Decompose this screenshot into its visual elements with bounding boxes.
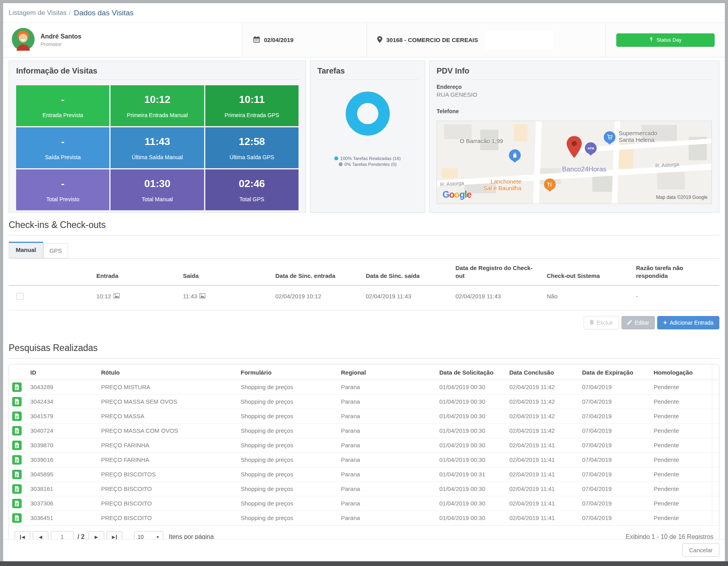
row-checkbox[interactable] <box>17 293 24 300</box>
photo-icon[interactable] <box>114 293 120 300</box>
survey-formulario: Shopping de preços <box>238 467 338 481</box>
legend-text: 100% Tarefas Realizadas (16) <box>340 156 401 161</box>
col-regional: Regional <box>338 364 436 380</box>
survey-row[interactable]: 3037306 PREÇO BISCOITO Shopping de preço… <box>9 496 719 511</box>
survey-formulario: Shopping de preços <box>238 394 338 409</box>
tab-gps[interactable]: GPS <box>43 243 68 258</box>
calendar-icon <box>253 36 260 44</box>
survey-solicitacao: 01/04/2019 00:30 <box>436 438 506 452</box>
tab-manual[interactable]: Manual <box>9 242 43 258</box>
survey-conclusao: 02/04/2019 11:41 <box>506 511 579 525</box>
col-checkout-sistema: Check-out Sistema <box>544 259 633 285</box>
breadcrumb-separator: / <box>69 9 71 17</box>
document-icon <box>12 470 22 479</box>
registro-checkout-value: 02/04/2019 11:43 <box>452 285 544 311</box>
survey-expiracao: 07/04/2019 <box>579 409 651 423</box>
user-block: André Santos Promotor <box>3 23 242 57</box>
pdv-map[interactable]: O Barracão 1,99 ATM Supermercado <box>437 121 712 204</box>
location-pin-icon <box>377 36 382 44</box>
document-icon <box>12 397 22 406</box>
editar-button[interactable]: Editar <box>621 316 655 329</box>
tile-label: Primeira Entrada Manual <box>127 112 188 118</box>
window-bottom-edge <box>0 561 728 566</box>
visit-info-tile: 10:11 Primeira Entrada GPS <box>205 85 299 126</box>
pushpin-icon <box>649 37 654 43</box>
survey-id: 3036451 <box>27 511 98 525</box>
survey-id: 3039870 <box>27 438 98 452</box>
checkins-actions: Excluir Editar + Adicionar Entrada <box>9 316 719 329</box>
col-formulario: Formulário <box>238 364 338 380</box>
status-day-button[interactable]: Status Day <box>616 33 715 47</box>
survey-rotulo: PREÇO MISTURA <box>98 380 238 394</box>
visit-header: André Santos Promotor 02/04/2019 30168 -… <box>3 23 725 57</box>
pdv-field[interactable]: 30168 - COMERCIO DE CEREAIS <box>367 23 605 57</box>
survey-row[interactable]: 3041579 PREÇO MASSA Shopping de preços P… <box>9 409 719 423</box>
visit-info-tile: - Total Previsto <box>16 169 109 210</box>
document-icon <box>12 441 22 450</box>
survey-solicitacao: 01/04/2019 00:30 <box>436 452 506 467</box>
survey-row[interactable]: 3045895 PREÇO BISCOITOS Shopping de preç… <box>9 467 719 481</box>
document-icon <box>12 426 22 436</box>
adicionar-entrada-button[interactable]: + Adicionar Entrada <box>657 316 719 329</box>
survey-expiracao: 07/04/2019 <box>579 481 651 496</box>
survey-regional: Parana <box>338 481 436 496</box>
survey-id: 3042434 <box>27 394 98 409</box>
breadcrumb-parent-link[interactable]: Listagem de Visitas <box>9 9 66 17</box>
tile-label: Total Manual <box>142 196 173 202</box>
survey-id: 3040724 <box>27 423 98 438</box>
map-market-label: Supermercado Santa Helena <box>619 130 657 143</box>
survey-formulario: Shopping de preços <box>238 511 338 525</box>
photo-icon[interactable] <box>199 293 205 300</box>
survey-rotulo: PREÇO MASSA SEM OVOS <box>98 394 238 409</box>
razao-value: - <box>633 285 719 311</box>
survey-expiracao: 07/04/2019 <box>579 467 651 481</box>
survey-row[interactable]: 3039870 PREÇO FARINHA Shopping de preços… <box>9 438 719 452</box>
visit-date-field[interactable]: 02/04/2019 <box>242 23 367 57</box>
survey-id: 3041579 <box>27 409 98 423</box>
survey-row[interactable]: 3042434 PREÇO MASSA SEM OVOS Shopping de… <box>9 394 719 409</box>
tile-value: 01:30 <box>144 178 171 190</box>
col-sinc-entrada: Data de Sinc. entrada <box>272 259 363 285</box>
survey-expiracao: 07/04/2019 <box>579 423 651 438</box>
survey-solicitacao: 01/04/2019 00:30 <box>436 481 506 496</box>
survey-id: 3038161 <box>27 481 98 496</box>
sinc-entrada-value: 02/04/2019 10:12 <box>272 285 363 311</box>
excluir-button[interactable]: Excluir <box>584 316 619 329</box>
survey-regional: Parana <box>338 394 436 409</box>
tile-label: Entrada Prevista <box>42 112 83 118</box>
col-registro-checkout: Data de Registro do Check-out <box>452 259 544 285</box>
tasks-legend: 100% Tarefas Realizadas (16) 0% Tarefas … <box>310 156 425 167</box>
survey-formulario: Shopping de preços <box>238 438 338 452</box>
survey-conclusao: 02/04/2019 11:42 <box>506 409 579 423</box>
tile-label: Saída Prevista <box>45 154 81 160</box>
surveys-rows: 3043289 PREÇO MISTURA Shopping de preços… <box>9 380 719 525</box>
survey-rotulo: PREÇO BISCOITOS <box>98 467 238 481</box>
survey-expiracao: 07/04/2019 <box>579 438 651 452</box>
survey-row[interactable]: 3038161 PREÇO BISCOITO Shopping de preço… <box>9 481 719 496</box>
visit-info-panel: Informação de Visitas - Entrada Prevista… <box>9 61 306 213</box>
survey-id: 3037306 <box>27 496 98 511</box>
survey-solicitacao: 01/04/2019 00:30 <box>436 380 506 394</box>
visit-info-tiles: - Entrada Prevista 10:12 Primeira Entrad… <box>16 85 299 210</box>
survey-rotulo: PREÇO MASSA COM OVOS <box>98 423 238 438</box>
survey-solicitacao: 01/04/2019 00:30 <box>436 394 506 409</box>
survey-row[interactable]: 3043289 PREÇO MISTURA Shopping de preços… <box>9 380 719 394</box>
survey-row[interactable]: 3036451 PREÇO BISCOITO Shopping de preço… <box>9 511 719 525</box>
visit-info-tile: 01:30 Total Manual <box>111 169 204 210</box>
tile-value: - <box>61 136 65 148</box>
saida-value: 11:43 <box>183 293 197 300</box>
cancel-button[interactable]: Cancelar <box>682 543 719 557</box>
redacted-area <box>486 31 553 50</box>
survey-row[interactable]: 3040724 PREÇO MASSA COM OVOS Shopping de… <box>9 423 719 438</box>
page: Listagem de Visitas / Dados das Visitas … <box>3 3 725 561</box>
status-section: Status Day <box>605 23 725 57</box>
survey-row[interactable]: 3039016 PREÇO FARINHA Shopping de preços… <box>9 452 719 467</box>
survey-formulario: Shopping de preços <box>238 423 338 438</box>
trash-icon <box>590 320 594 326</box>
restaurant-pin-icon <box>544 178 556 190</box>
survey-homologacao: Pendente <box>651 511 712 525</box>
survey-solicitacao: 01/04/2019 00:30 <box>436 511 506 525</box>
user-role: Promotor <box>41 41 81 47</box>
surveys-table: ID Rótulo Formulário Regional Data de So… <box>9 364 719 526</box>
summary-panels: Informação de Visitas - Entrada Prevista… <box>3 57 725 213</box>
